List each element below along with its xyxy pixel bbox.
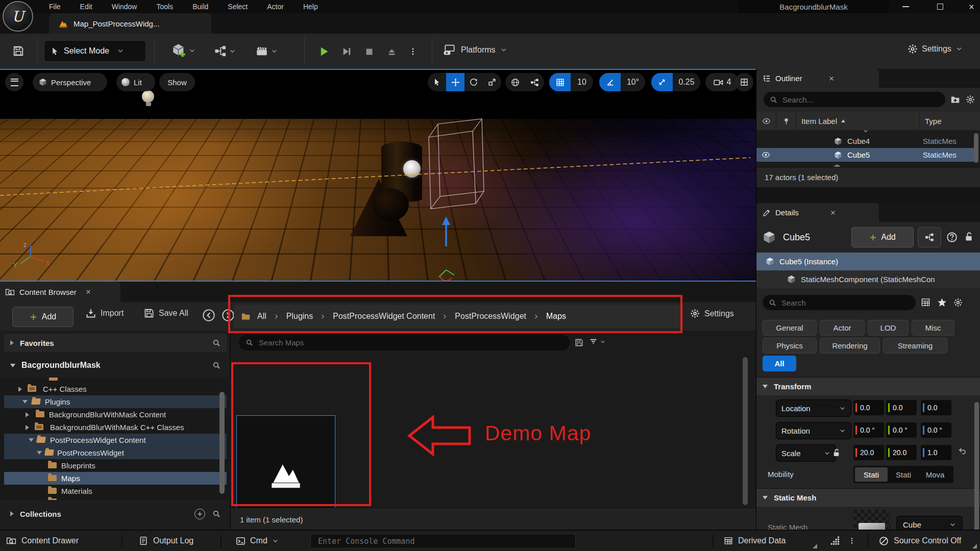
tree-item-maps[interactable]: Maps bbox=[4, 472, 227, 485]
viewport-perspective-dropdown[interactable]: Perspective bbox=[33, 73, 107, 91]
rotation-x-field[interactable]: 0.0 ° bbox=[853, 422, 884, 438]
status-kebab-icon[interactable] bbox=[848, 536, 855, 545]
add-folder-icon[interactable] bbox=[950, 95, 960, 105]
scale-snap-value[interactable]: 0.25 bbox=[673, 73, 700, 91]
tree-item-ppw-content[interactable]: PostProcessWidget Content bbox=[4, 434, 227, 446]
scale-snap-button[interactable] bbox=[651, 73, 673, 91]
component-row-instance[interactable]: Cube5 (Instance) bbox=[756, 253, 980, 270]
rotation-y-field[interactable]: 0.0 ° bbox=[886, 422, 917, 438]
pin-column-header[interactable] bbox=[776, 112, 796, 130]
project-root-section[interactable]: BacgroundblurMask bbox=[4, 355, 227, 375]
console-command-input[interactable] bbox=[310, 534, 576, 548]
save-search-icon[interactable] bbox=[575, 338, 583, 347]
menu-help[interactable]: Help bbox=[303, 3, 318, 11]
scale-tool-button[interactable] bbox=[483, 73, 501, 91]
menu-window[interactable]: Window bbox=[112, 3, 137, 11]
location-y-field[interactable]: 0.0 bbox=[886, 400, 917, 415]
menu-actor[interactable]: Actor bbox=[267, 3, 284, 11]
menu-build[interactable]: Build bbox=[192, 3, 208, 11]
source-control-button[interactable]: Source Control Off bbox=[879, 531, 961, 551]
tree-scrollbar[interactable] bbox=[219, 392, 225, 494]
world-space-button[interactable] bbox=[505, 73, 525, 91]
blueprints-button[interactable] bbox=[214, 45, 236, 57]
collections-section[interactable]: Collections bbox=[4, 504, 227, 523]
filter-chip-misc[interactable]: Misc bbox=[912, 320, 954, 336]
favorites-star-icon[interactable] bbox=[937, 297, 947, 307]
play-button[interactable] bbox=[314, 43, 334, 60]
tree-item-blueprints[interactable]: Blueprints bbox=[0, 459, 231, 472]
outliner-search-input[interactable] bbox=[764, 92, 945, 107]
details-settings-gear-icon[interactable] bbox=[953, 298, 963, 307]
viewport[interactable]: z Y X Perspective Lit Show bbox=[0, 69, 756, 281]
menu-tools[interactable]: Tools bbox=[156, 3, 173, 11]
filter-chip-general[interactable]: General bbox=[763, 320, 817, 336]
details-search-input[interactable] bbox=[763, 295, 916, 310]
gear-icon[interactable] bbox=[966, 95, 975, 104]
collapse-chevron-icon[interactable] bbox=[863, 130, 869, 134]
cb-save-all-button[interactable]: Save All bbox=[144, 308, 188, 318]
close-icon[interactable] bbox=[830, 210, 836, 216]
viewport-menu-button[interactable] bbox=[5, 73, 23, 91]
viewport-show-dropdown[interactable]: Show bbox=[159, 73, 195, 91]
asset-search-field[interactable] bbox=[258, 338, 563, 347]
rotation-snap-value[interactable]: 10° bbox=[621, 73, 645, 91]
camera-speed-button[interactable]: 4 bbox=[705, 73, 739, 91]
output-log-button[interactable]: Output Log bbox=[139, 531, 193, 551]
platforms-dropdown[interactable]: Platforms bbox=[443, 44, 507, 56]
location-dropdown[interactable]: Location bbox=[776, 399, 851, 417]
close-button[interactable] bbox=[963, 0, 980, 13]
frame-skip-button[interactable] bbox=[337, 43, 356, 60]
add-actor-button[interactable] bbox=[172, 43, 195, 58]
cb-add-button[interactable]: Add bbox=[12, 307, 74, 327]
play-options-button[interactable] bbox=[405, 43, 421, 60]
tree-item-bbwm-cpp[interactable]: BackgroundBlurWithMask C++ Classes bbox=[0, 421, 231, 434]
filter-chip-streaming[interactable]: Streaming bbox=[883, 338, 947, 354]
blueprint-edit-button[interactable] bbox=[918, 227, 941, 247]
component-row-staticmesh[interactable]: StaticMeshComponent (StaticMeshCon bbox=[756, 270, 980, 288]
scale-lock-icon[interactable] bbox=[832, 448, 841, 457]
viewport-lit-dropdown[interactable]: Lit bbox=[116, 73, 155, 91]
menu-file[interactable]: File bbox=[49, 3, 61, 11]
add-collection-icon[interactable] bbox=[194, 509, 205, 519]
eye-icon[interactable] bbox=[762, 151, 770, 159]
stop-button[interactable] bbox=[359, 43, 379, 60]
tree-item-cpp-classes[interactable]: C++ Classes bbox=[0, 383, 231, 395]
close-icon[interactable] bbox=[828, 76, 835, 82]
add-component-button[interactable]: Add bbox=[851, 227, 914, 247]
details-scrollbar[interactable] bbox=[974, 402, 979, 535]
lock-open-icon[interactable] bbox=[964, 232, 974, 242]
rotation-snap-button[interactable] bbox=[599, 73, 621, 91]
unreal-logo[interactable]: U bbox=[3, 1, 33, 32]
type-column-header[interactable]: Type bbox=[920, 112, 980, 130]
cinematics-button[interactable] bbox=[255, 45, 278, 57]
filters-button[interactable] bbox=[589, 337, 606, 346]
tree-item-materials[interactable]: Materials bbox=[0, 485, 231, 497]
surface-snap-button[interactable] bbox=[525, 73, 544, 91]
tab-outliner[interactable]: Outliner bbox=[756, 69, 879, 88]
outliner-row-cube4[interactable]: Cube4 StaticMes bbox=[756, 134, 980, 148]
scale-x-field[interactable]: 20.0 bbox=[853, 445, 884, 460]
filter-chip-rendering[interactable]: Rendering bbox=[820, 338, 880, 354]
filter-chip-physics[interactable]: Physics bbox=[763, 338, 817, 354]
mobility-movable-option[interactable]: Mova bbox=[919, 466, 951, 483]
maximize-viewport-button[interactable] bbox=[735, 73, 753, 91]
back-icon[interactable] bbox=[202, 309, 215, 322]
select-mode-dropdown[interactable]: Select Mode bbox=[44, 40, 146, 62]
cb-settings-dropdown[interactable]: Settings bbox=[690, 309, 734, 318]
static-mesh-section-header[interactable]: Static Mesh bbox=[756, 488, 980, 507]
tab-map-postprocesswidget[interactable]: Map_PostProcessWidg... bbox=[49, 13, 211, 34]
move-tool-button[interactable] bbox=[446, 73, 464, 91]
transform-section-header[interactable]: Transform bbox=[756, 377, 980, 395]
cb-import-button[interactable]: Import bbox=[86, 308, 124, 318]
favorites-section[interactable]: Favorites bbox=[4, 334, 227, 352]
outliner-scrollbar[interactable] bbox=[974, 133, 978, 163]
display-options-icon[interactable] bbox=[921, 297, 930, 307]
scale-dropdown[interactable]: Scale bbox=[776, 444, 836, 462]
rotate-tool-button[interactable] bbox=[464, 73, 483, 91]
location-x-field[interactable]: 0.0 bbox=[853, 400, 884, 415]
tab-content-browser[interactable]: Content Browser bbox=[0, 282, 120, 302]
search-icon[interactable] bbox=[212, 339, 220, 347]
save-button[interactable] bbox=[7, 41, 30, 61]
tree-item-plugins[interactable]: Plugins bbox=[4, 395, 227, 408]
scale-y-field[interactable]: 20.0 bbox=[886, 445, 917, 460]
